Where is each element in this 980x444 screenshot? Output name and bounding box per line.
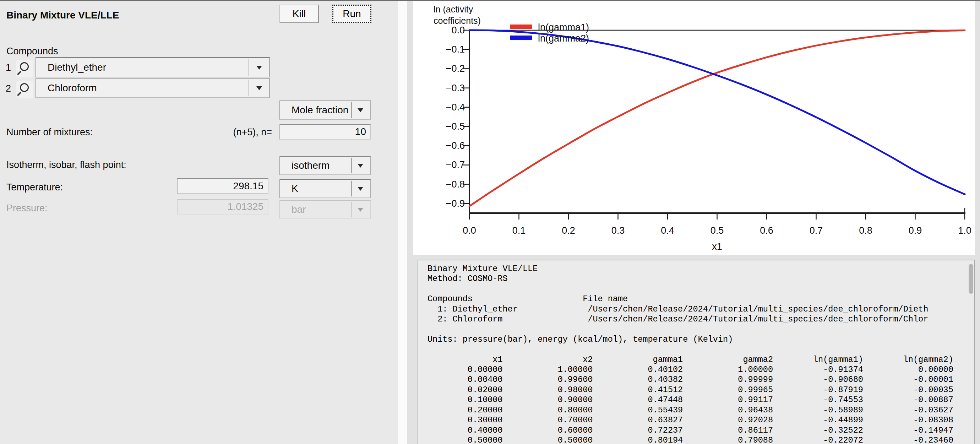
compound-1-value: Diethyl_ether (48, 62, 106, 73)
temperature-label: Temperature: (6, 181, 63, 193)
x-tick-label: 0.7 (810, 225, 823, 236)
y-tick-label: −0.9 (446, 198, 465, 209)
output-log-panel: Binary Mixture VLE/LLEMethod: COSMO-RS C… (418, 259, 975, 444)
output-line: Units: pressure(bar), energy (kcal/mol),… (428, 334, 966, 345)
combo-separator (351, 181, 352, 196)
output-line: 0.50000 0.50000 0.80194 0.79088 -0.22072… (428, 436, 966, 444)
output-scrollbar-thumb[interactable] (969, 264, 973, 294)
output-line: 0.20000 0.80000 0.55439 0.96438 -0.58989… (428, 405, 966, 415)
compound-2-select[interactable]: Chloroform (35, 78, 270, 98)
compound-2-value: Chloroform (48, 83, 97, 94)
mixtures-expression-label: (n+5), n= (185, 126, 272, 138)
x-axis-title: x1 (712, 241, 722, 252)
y-axis-title: coefficients) (434, 16, 481, 25)
y-tick-label: −0.8 (446, 179, 465, 190)
x-tick-label: 0.9 (908, 225, 922, 236)
chevron-down-icon (256, 66, 262, 70)
temperature-input[interactable] (177, 178, 269, 194)
output-line: Compounds File name (428, 294, 966, 304)
kill-button[interactable]: Kill (280, 5, 319, 23)
output-line (428, 324, 966, 334)
pressure-input (177, 199, 269, 215)
output-line: 2: Chloroform /Users/chen/Release/2024/T… (428, 314, 966, 324)
search-icon (20, 62, 29, 71)
search-compound-1-button[interactable] (16, 60, 33, 78)
activity-coefficients-chart-panel: 0.00.10.20.30.40.50.60.70.80.91.00.0−0.1… (413, 1, 975, 255)
temperature-unit-value: K (291, 183, 298, 194)
mode-label: Isotherm, isobar, flash point: (6, 159, 126, 171)
combo-separator (248, 59, 249, 76)
chevron-down-icon (358, 208, 363, 212)
x-tick-label: 0.8 (859, 225, 872, 236)
search-icon-handle (17, 92, 21, 96)
legend-swatch-ln(gamma1) (510, 24, 532, 29)
output-line: 0.00000 1.00000 0.40102 1.00000 -0.91374… (428, 365, 966, 375)
series-line-ln(gamma2) (469, 30, 965, 194)
output-line: 0.30000 0.70000 0.63827 0.92028 -0.44899… (428, 415, 966, 425)
vle-activity-chart: 0.00.10.20.30.40.50.60.70.80.91.00.0−0.1… (413, 1, 975, 255)
combo-separator (248, 80, 249, 96)
mode-select[interactable]: isotherm (280, 156, 371, 175)
y-tick-label: −0.4 (446, 102, 465, 113)
search-icon (20, 83, 29, 92)
output-line: Method: COSMO-RS (428, 274, 966, 284)
page-title: Binary Mixture VLE/LLE (6, 10, 119, 21)
pressure-unit-value: bar (291, 204, 306, 215)
output-line: x1 x2 gamma1 gamma2 ln(gamma1) ln(gamma2… (428, 355, 966, 365)
series-line-ln(gamma1) (469, 30, 965, 206)
output-line (428, 284, 966, 294)
combo-separator (351, 158, 352, 173)
y-tick-label: −0.6 (446, 140, 465, 151)
number-of-mixtures-input[interactable] (280, 124, 371, 140)
output-line (428, 345, 966, 355)
search-icon-handle (17, 71, 21, 75)
temperature-unit-select[interactable]: K (280, 179, 371, 198)
output-line: Binary Mixture VLE/LLE (428, 264, 966, 274)
output-line: 0.00400 0.99600 0.40382 0.99999 -0.90680… (428, 375, 966, 385)
legend-swatch-ln(gamma2) (510, 35, 532, 40)
pressure-label: Pressure: (6, 202, 48, 214)
output-line: 1: Diethyl_ether /Users/chen/Release/202… (428, 304, 966, 314)
compounds-section-label: Compounds (6, 45, 58, 57)
legend-label: ln(gamma2) (538, 33, 589, 44)
legend-label: ln(gamma1) (538, 22, 589, 33)
x-tick-label: 0.2 (562, 225, 575, 236)
run-button[interactable]: Run (332, 5, 371, 23)
number-of-mixtures-label: Number of mixtures: (6, 126, 93, 138)
y-tick-label: −0.3 (446, 83, 465, 94)
x-tick-label: 0.1 (512, 225, 526, 236)
output-line: 0.02000 0.98000 0.41512 0.99965 -0.87919… (428, 385, 966, 395)
left-panel-scrollbar[interactable] (398, 1, 407, 444)
x-tick-label: 0.4 (661, 225, 674, 236)
combo-separator (351, 202, 352, 217)
composition-unit-value: Mole fraction (291, 104, 348, 116)
compound-2-index: 2 (6, 83, 11, 94)
vle-form-panel: Binary Mixture VLE/LLE Kill Run Compound… (0, 1, 398, 444)
pressure-unit-select: bar (280, 200, 371, 219)
y-tick-label: −0.5 (446, 121, 465, 132)
compound-1-select[interactable]: Diethyl_ether (35, 57, 270, 78)
y-tick-label: −0.2 (446, 63, 465, 74)
search-compound-2-button[interactable] (16, 81, 33, 99)
x-tick-label: 0.0 (463, 225, 476, 236)
y-tick-label: 0.0 (451, 25, 465, 35)
output-line: 0.40000 0.60000 0.72237 0.86117 -0.32522… (428, 425, 966, 436)
combo-separator (351, 102, 352, 118)
x-tick-label: 1.0 (958, 225, 972, 236)
chevron-down-icon (358, 108, 363, 112)
x-tick-label: 0.5 (711, 225, 724, 236)
y-axis-title: ln (activity (434, 4, 473, 14)
output-line: 0.10000 0.90000 0.47448 0.99117 -0.74553… (428, 395, 966, 405)
chevron-down-icon (358, 187, 363, 191)
chevron-down-icon (358, 164, 363, 168)
composition-unit-select[interactable]: Mole fraction (280, 100, 371, 120)
x-tick-label: 0.6 (760, 225, 773, 236)
y-tick-label: −0.7 (446, 159, 465, 170)
output-log-text: Binary Mixture VLE/LLEMethod: COSMO-RS C… (428, 264, 966, 444)
x-tick-label: 0.3 (611, 225, 625, 236)
mode-value: isotherm (291, 160, 329, 171)
chevron-down-icon (256, 86, 262, 90)
y-tick-label: −0.1 (446, 44, 465, 55)
compound-1-index: 1 (6, 62, 11, 73)
